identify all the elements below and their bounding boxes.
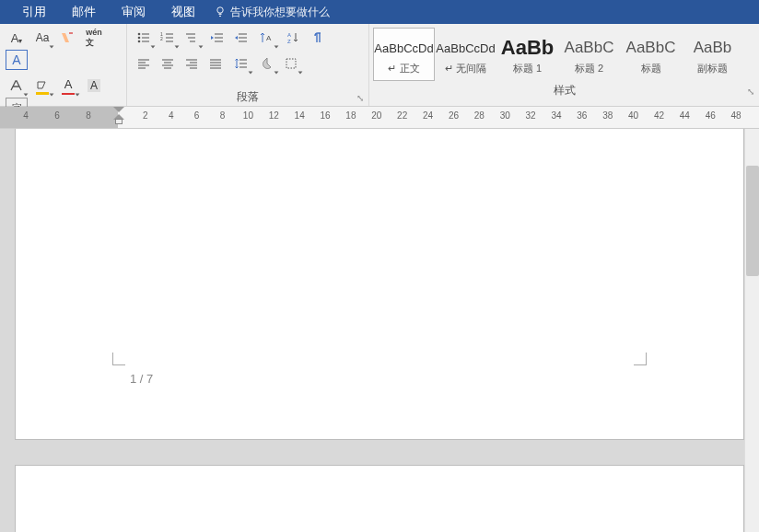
- margin-corner-icon: [112, 353, 125, 365]
- align-right-button[interactable]: [181, 53, 203, 74]
- menu-references[interactable]: 引用: [9, 0, 59, 24]
- paragraph-group-label: 段落: [237, 89, 259, 105]
- style-无间隔[interactable]: AaBbCcDd↵ 无间隔: [435, 28, 496, 81]
- paragraph-dialog-launcher[interactable]: ⤡: [354, 91, 367, 104]
- character-border-button[interactable]: A: [6, 50, 28, 70]
- svg-text:Z: Z: [287, 39, 291, 44]
- align-justify-button[interactable]: [204, 53, 227, 74]
- style-标题 2[interactable]: AaBbC标题 2: [558, 28, 620, 81]
- style-标题 1[interactable]: AaBb标题 1: [496, 28, 558, 81]
- svg-point-2: [138, 37, 141, 40]
- tell-me-label: 告诉我你想要做什么: [230, 5, 330, 20]
- text-direction-button[interactable]: A: [256, 28, 278, 48]
- font-size-dropdown[interactable]: A▾: [6, 28, 28, 48]
- menu-view[interactable]: 视图: [158, 0, 208, 24]
- vertical-scrollbar[interactable]: [744, 129, 759, 532]
- menu-bar: 引用 邮件 审阅 视图 告诉我你想要做什么: [0, 0, 759, 24]
- group-paragraph: 12 A AZ: [127, 24, 369, 106]
- multilevel-list-button[interactable]: [181, 28, 203, 48]
- left-indent-marker[interactable]: [115, 119, 123, 124]
- styles-dialog-launcher[interactable]: ⤡: [744, 85, 757, 98]
- tell-me[interactable]: 告诉我你想要做什么: [214, 5, 330, 20]
- show-marks-button[interactable]: [308, 28, 330, 48]
- change-case-button[interactable]: Aa: [31, 28, 53, 48]
- style-副标题[interactable]: AaBb副标题: [682, 28, 743, 81]
- lightbulb-icon: [214, 6, 227, 18]
- page-number: 1 / 7: [130, 372, 153, 386]
- decrease-indent-button[interactable]: [206, 28, 228, 48]
- svg-text:A: A: [266, 34, 272, 42]
- ribbon: A▾ Aa wén文 A A A 字 ⤡ 12 A: [0, 24, 759, 107]
- phonetic-guide-button[interactable]: wén文: [83, 28, 105, 48]
- style-正文[interactable]: AaBbCcDd↵ 正文: [373, 28, 435, 81]
- svg-text:A: A: [287, 32, 291, 38]
- document-area[interactable]: 1 / 7: [0, 129, 759, 532]
- font-color-button[interactable]: A: [57, 75, 79, 96]
- group-font: A▾ Aa wén文 A A A 字 ⤡: [0, 24, 127, 106]
- bullets-button[interactable]: [133, 28, 155, 48]
- svg-text:2: 2: [160, 36, 163, 41]
- increase-indent-button[interactable]: [230, 28, 252, 48]
- svg-rect-9: [286, 59, 296, 68]
- font-button[interactable]: [6, 75, 28, 96]
- page-1[interactable]: 1 / 7: [15, 129, 744, 440]
- first-line-indent-marker[interactable]: [113, 107, 124, 112]
- clear-formatting-button[interactable]: [57, 28, 79, 48]
- group-styles: AaBbCcDd↵ 正文AaBbCcDd↵ 无间隔AaBb标题 1AaBbC标题…: [369, 24, 759, 106]
- styles-group-label: 样式: [554, 83, 576, 98]
- svg-point-1: [138, 33, 141, 36]
- margin-corner-icon: [634, 353, 647, 365]
- align-left-button[interactable]: [133, 53, 155, 74]
- horizontal-ruler[interactable]: 8642468101214161820222426283032343638404…: [0, 107, 759, 129]
- numbering-button[interactable]: 12: [157, 28, 179, 48]
- menu-review[interactable]: 审阅: [109, 0, 158, 24]
- borders-button[interactable]: [280, 53, 302, 74]
- svg-point-3: [138, 40, 141, 43]
- shading-button[interactable]: [256, 53, 278, 74]
- scrollbar-thumb[interactable]: [746, 166, 759, 276]
- sort-button[interactable]: AZ: [282, 28, 304, 48]
- align-center-button[interactable]: [157, 53, 179, 74]
- svg-point-0: [217, 7, 223, 13]
- styles-gallery[interactable]: AaBbCcDd↵ 正文AaBbCcDd↵ 无间隔AaBb标题 1AaBbC标题…: [369, 24, 759, 81]
- highlight-button[interactable]: [31, 75, 53, 96]
- line-spacing-button[interactable]: [230, 53, 252, 74]
- menu-mailings[interactable]: 邮件: [59, 0, 109, 24]
- character-shading-button[interactable]: A: [83, 75, 105, 96]
- style-标题[interactable]: AaBbC标题: [620, 28, 682, 81]
- page-2[interactable]: [15, 465, 744, 532]
